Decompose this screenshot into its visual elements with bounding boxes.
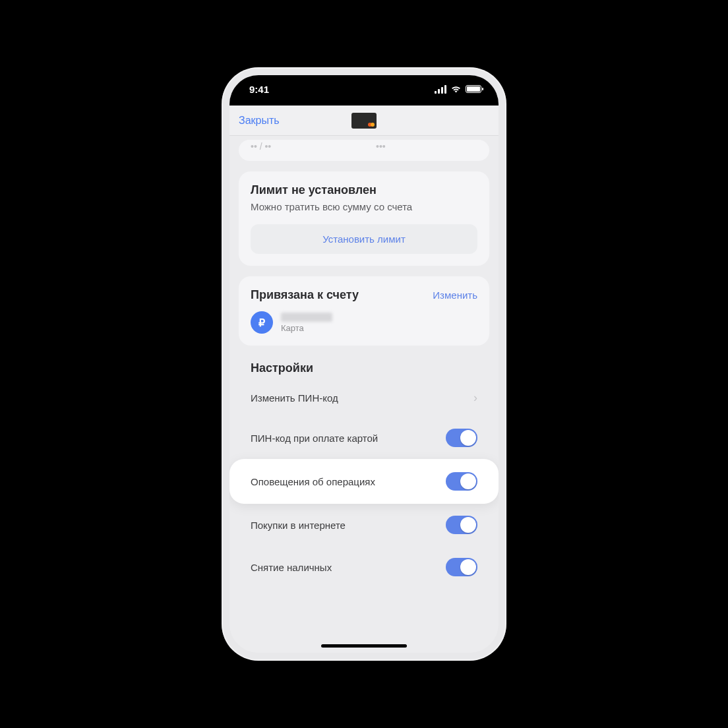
set-limit-button[interactable]: Установить лимит	[251, 224, 477, 254]
card-details-partial: •• / •• •••	[239, 140, 489, 161]
pin-on-pay-toggle[interactable]	[446, 429, 477, 447]
nav-bar: Закрыть	[229, 106, 499, 136]
notifications-toggle[interactable]	[446, 472, 477, 491]
mastercard-icon	[368, 123, 375, 127]
notifications-label: Оповещения об операциях	[251, 476, 375, 487]
change-pin-label: Изменить ПИН-код	[251, 392, 338, 404]
settings-section: Настройки Изменить ПИН-код › ПИН-код при…	[239, 361, 489, 588]
expiry-masked: •• / ••	[251, 141, 352, 152]
account-row[interactable]: ₽ Карта	[251, 311, 477, 334]
limit-card: Лимит не установлен Можно тратить всю су…	[239, 171, 489, 266]
cvv-masked: •••	[363, 141, 477, 152]
online-toggle[interactable]	[446, 516, 477, 534]
cash-label: Снятие наличных	[251, 562, 332, 573]
card-thumbnail	[351, 113, 377, 129]
home-indicator[interactable]	[321, 644, 407, 648]
content: •• / •• ••• Лимит не установлен Можно тр…	[229, 136, 499, 653]
ruble-icon: ₽	[251, 311, 273, 334]
limit-subtitle: Можно тратить всю сумму со счета	[251, 201, 477, 212]
pin-on-pay-label: ПИН-код при оплате картой	[251, 433, 378, 444]
change-pin-row[interactable]: Изменить ПИН-код ›	[251, 379, 477, 417]
linked-title: Привязана к счету	[251, 288, 359, 302]
pin-on-pay-row: ПИН-код при оплате картой	[251, 417, 477, 459]
status-icons	[435, 85, 481, 94]
account-label: Карта	[281, 323, 332, 333]
chevron-right-icon: ›	[473, 391, 477, 405]
cash-toggle[interactable]	[446, 558, 477, 576]
signal-icon	[435, 85, 446, 94]
status-bar: 9:41	[229, 75, 499, 106]
close-button[interactable]: Закрыть	[239, 115, 280, 127]
settings-title: Настройки	[251, 361, 477, 375]
limit-title: Лимит не установлен	[251, 183, 477, 197]
change-account-link[interactable]: Изменить	[433, 289, 477, 301]
phone-frame: 9:41 Закрыть •• / •• •••	[222, 67, 506, 661]
wifi-icon	[450, 85, 462, 93]
online-label: Покупки в интернете	[251, 520, 346, 531]
status-time: 9:41	[249, 84, 269, 95]
battery-icon	[466, 85, 481, 93]
account-amount-blurred	[281, 313, 332, 322]
cash-withdrawal-row: Снятие наличных	[251, 546, 477, 588]
online-purchases-row: Покупки в интернете	[251, 504, 477, 546]
screen: 9:41 Закрыть •• / •• •••	[229, 75, 499, 653]
notifications-row: Оповещения об операциях	[229, 459, 499, 504]
linked-account-card: Привязана к счету Изменить ₽ Карта	[239, 276, 489, 346]
